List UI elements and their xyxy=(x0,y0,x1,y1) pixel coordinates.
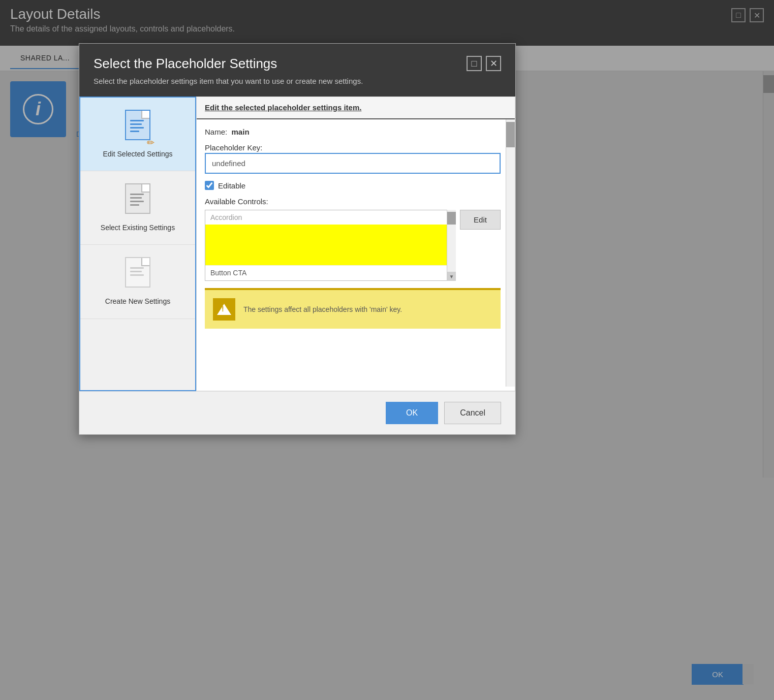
document-icon-new xyxy=(125,257,150,288)
doc-line-2 xyxy=(130,123,142,125)
warning-icon-box xyxy=(213,298,235,321)
modal-header-buttons: □ ✕ xyxy=(467,56,501,71)
controls-list-wrapper: Accordion Button CTA ▼ xyxy=(205,210,456,281)
doc-line-n1 xyxy=(130,267,144,269)
right-panel: Edit the selected placeholder settings i… xyxy=(196,97,515,391)
left-panel-item-create-new[interactable]: Create New Settings xyxy=(80,245,195,319)
edit-selected-label: Edit Selected Settings xyxy=(103,149,173,158)
list-scrollbar-thumb[interactable] xyxy=(447,212,456,225)
right-panel-content: Name: main Placeholder Key: Editable xyxy=(197,119,515,361)
doc-line-e1 xyxy=(130,194,144,195)
button-cta-item[interactable]: Button CTA xyxy=(205,265,455,280)
modal-dialog: Select the Placeholder Settings Select t… xyxy=(79,43,516,435)
edit-selected-icon-container: ✏ xyxy=(125,110,150,144)
yellow-highlight xyxy=(205,225,455,265)
available-controls-label: Available Controls: xyxy=(205,197,501,206)
doc-line-3 xyxy=(130,127,144,129)
available-controls-row: Available Controls: Accordion Button CTA xyxy=(205,197,501,281)
placeholder-key-input[interactable] xyxy=(205,153,501,174)
modal-title: Select the Placeholder Settings xyxy=(94,56,363,72)
create-new-icon-container xyxy=(125,257,150,292)
warning-banner: The settings affect all placeholders wit… xyxy=(205,288,501,329)
name-value: main xyxy=(232,128,250,136)
doc-line-e2 xyxy=(130,197,142,199)
select-existing-icon-container xyxy=(125,183,150,218)
editable-label: Editable xyxy=(218,181,245,190)
edit-button[interactable]: Edit xyxy=(460,210,501,230)
doc-line-e4 xyxy=(130,204,139,206)
cancel-button[interactable]: Cancel xyxy=(444,402,501,424)
controls-list-container: Accordion Button CTA ▼ Edit xyxy=(205,210,501,281)
doc-lines-new xyxy=(130,267,145,278)
name-field-row: Name: main xyxy=(205,128,501,136)
modal-header-text: Select the Placeholder Settings Select t… xyxy=(94,56,363,86)
list-scrollbar-arrow-down[interactable]: ▼ xyxy=(447,272,456,281)
placeholder-key-label: Placeholder Key: xyxy=(205,143,501,152)
doc-lines xyxy=(130,120,145,134)
editable-checkbox[interactable] xyxy=(205,181,214,190)
document-icon-blue xyxy=(125,110,150,140)
editable-checkbox-row: Editable xyxy=(205,181,501,190)
modal-body: ✏ Edit Selected Settings Se xyxy=(79,97,515,391)
list-scrollbar[interactable]: ▼ xyxy=(447,210,456,281)
doc-line-1 xyxy=(130,120,144,121)
modal-maximize-button[interactable]: □ xyxy=(467,56,482,71)
right-panel-header-text: Edit the selected placeholder settings i… xyxy=(205,103,361,112)
modal-close-button[interactable]: ✕ xyxy=(486,56,501,71)
right-panel-scrollbar-thumb[interactable] xyxy=(506,122,515,147)
create-new-label: Create New Settings xyxy=(105,297,170,306)
left-panel-item-select-existing[interactable]: Select Existing Settings xyxy=(80,171,195,245)
warning-triangle-icon xyxy=(217,304,231,315)
placeholder-key-field-row: Placeholder Key: xyxy=(205,143,501,174)
modal-header-top: Select the Placeholder Settings Select t… xyxy=(94,56,501,86)
ok-button[interactable]: OK xyxy=(386,402,438,424)
right-panel-scroll-area: Name: main Placeholder Key: Editable xyxy=(197,119,515,387)
warning-text: The settings affect all placeholders wit… xyxy=(243,304,402,315)
accordion-item[interactable]: Accordion xyxy=(205,210,455,225)
controls-list[interactable]: Accordion Button CTA xyxy=(205,210,456,281)
document-icon-existing xyxy=(125,183,150,214)
doc-line-n2 xyxy=(130,271,142,272)
doc-line-n3 xyxy=(130,274,144,276)
select-existing-label: Select Existing Settings xyxy=(101,223,175,232)
doc-line-e3 xyxy=(130,201,144,202)
modal-header: Select the Placeholder Settings Select t… xyxy=(79,44,515,97)
modal-description: Select the placeholder settings item tha… xyxy=(94,76,363,86)
doc-lines-existing xyxy=(130,194,145,208)
modal-footer: OK Cancel xyxy=(79,391,515,434)
left-panel: ✏ Edit Selected Settings Se xyxy=(79,97,196,391)
pencil-icon: ✏ xyxy=(147,137,154,148)
right-panel-header: Edit the selected placeholder settings i… xyxy=(197,97,515,119)
doc-line-4 xyxy=(130,131,139,132)
left-panel-item-edit-selected[interactable]: ✏ Edit Selected Settings xyxy=(80,98,195,171)
right-panel-scrollbar[interactable] xyxy=(506,119,515,387)
name-label: Name: main xyxy=(205,128,501,136)
